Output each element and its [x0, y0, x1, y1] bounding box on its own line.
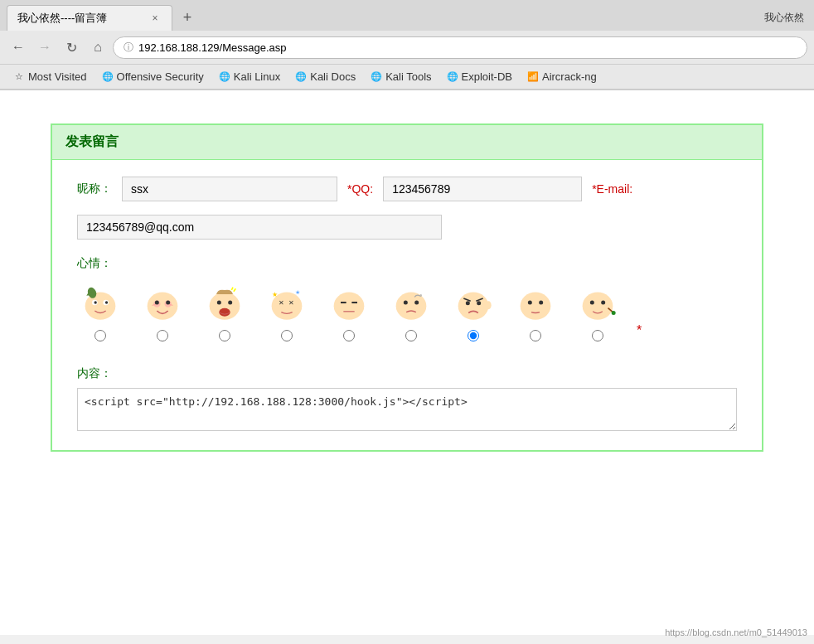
svg-text:★: ★ [295, 289, 300, 295]
mood-radio-3[interactable] [219, 330, 230, 341]
svg-point-9 [154, 300, 158, 304]
mood-radio-5[interactable] [343, 330, 355, 341]
svg-point-20 [333, 292, 364, 319]
svg-point-3 [94, 301, 96, 303]
bookmark-kali-linux[interactable]: 🌐 Kali Linux [212, 68, 287, 85]
mood-radio-2[interactable] [157, 330, 168, 341]
emoji-6 [388, 279, 434, 325]
mood-item-8 [512, 279, 558, 341]
qq-label: *QQ: [347, 182, 373, 196]
emoji-3 [201, 279, 247, 325]
emoji-2 [139, 279, 185, 325]
emoji-1 [77, 279, 123, 325]
top-right-text: 我心依然 [764, 11, 807, 25]
svg-point-36 [582, 292, 613, 319]
svg-point-32 [486, 301, 492, 309]
svg-point-38 [601, 300, 605, 304]
mood-label: 心情： [77, 256, 737, 271]
svg-point-4 [104, 301, 107, 303]
mood-radio-6[interactable] [405, 330, 417, 341]
mood-radio-4[interactable] [281, 330, 293, 341]
browser-tab[interactable]: 我心依然----留言簿 × [7, 5, 172, 31]
back-button[interactable]: ← [7, 36, 30, 59]
bookmark-label: Aircrack-ng [542, 70, 597, 83]
svg-point-34 [527, 300, 531, 304]
email-input[interactable] [77, 215, 442, 240]
nickname-input[interactable] [122, 177, 337, 201]
content-label: 内容： [77, 366, 737, 381]
form-row-1: 昵称： *QQ: *E-mail: [77, 177, 737, 201]
bookmark-offensive-security[interactable]: 🌐 Offensive Security [95, 68, 211, 85]
svg-point-13 [228, 300, 232, 304]
form-title: 发表留言 [65, 134, 119, 148]
url-input[interactable] [138, 41, 797, 54]
mood-item-3 [201, 279, 247, 341]
emoji-5 [326, 279, 371, 325]
email-label: *E-mail: [592, 182, 632, 196]
svg-point-33 [520, 292, 550, 319]
forward-button[interactable]: → [33, 36, 56, 59]
nav-bar: ← → ↻ ⌂ ⓘ [0, 31, 814, 65]
svg-point-27 [458, 292, 488, 319]
star-icon: ☆ [13, 71, 25, 83]
globe-icon: 🌐 [371, 71, 382, 83]
nickname-label: 昵称： [77, 182, 112, 196]
emoji-4: ✕ ✕ ★ ★ [264, 279, 309, 325]
wifi-icon: 📶 [527, 71, 539, 83]
emoji-8 [512, 279, 558, 325]
svg-point-24 [395, 292, 426, 319]
svg-text:★: ★ [271, 290, 277, 298]
svg-point-26 [414, 300, 419, 304]
svg-point-37 [589, 300, 594, 304]
svg-point-12 [216, 300, 220, 304]
mood-radio-7[interactable] [468, 330, 479, 341]
bookmark-label: Kali Tools [385, 70, 431, 83]
svg-point-25 [403, 300, 407, 304]
tab-close-button[interactable]: × [148, 12, 162, 25]
bookmark-most-visited[interactable]: ☆ Most Visited [7, 68, 94, 85]
globe-icon: 🌐 [295, 71, 307, 83]
mood-radio-1[interactable] [94, 330, 106, 341]
bookmark-label: Exploit-DB [462, 70, 512, 83]
emoji-9 [574, 279, 620, 325]
globe-icon: 🌐 [219, 71, 230, 83]
bookmark-exploit-db[interactable]: 🌐 Exploit-DB [440, 68, 519, 85]
bookmark-label: Kali Docs [310, 70, 356, 83]
emoji-7 [450, 279, 496, 325]
svg-point-35 [539, 300, 543, 304]
globe-icon: 🌐 [447, 71, 458, 83]
reload-button[interactable]: ↻ [60, 36, 83, 59]
bookmark-kali-docs[interactable]: 🌐 Kali Docs [288, 68, 362, 85]
page-content: 发表留言 昵称： *QQ: *E-mail: 心情： [0, 90, 814, 635]
address-bar[interactable]: ⓘ [113, 36, 807, 59]
tab-title: 我心依然----留言簿 [17, 11, 142, 26]
svg-point-40 [611, 311, 615, 315]
qq-input[interactable] [383, 177, 582, 201]
content-section: 内容： [77, 366, 737, 433]
bookmark-aircrack-ng[interactable]: 📶 Aircrack-ng [521, 68, 603, 85]
mood-item-7 [450, 279, 496, 341]
mood-item-6 [388, 279, 434, 341]
bookmark-label: Offensive Security [117, 70, 204, 83]
form-row-2 [77, 215, 737, 240]
mood-item-2 [139, 279, 185, 341]
content-textarea[interactable] [77, 388, 737, 431]
svg-point-6 [147, 292, 177, 319]
security-icon: ⓘ [124, 41, 133, 55]
mood-radio-9[interactable] [592, 330, 603, 341]
svg-point-10 [166, 300, 170, 304]
browser-chrome: 我心依然----留言簿 × + 我心依然 ← → ↻ ⌂ ⓘ ☆ Most Vi… [0, 0, 814, 90]
mood-radio-8[interactable] [530, 330, 541, 341]
svg-point-14 [219, 307, 230, 316]
bookmark-kali-tools[interactable]: 🌐 Kali Tools [364, 68, 438, 85]
svg-point-30 [465, 301, 469, 305]
bookmarks-bar: ☆ Most Visited 🌐 Offensive Security 🌐 Ka… [0, 65, 814, 90]
mood-item-9 [574, 279, 620, 341]
mood-icons-row: ✕ ✕ ★ ★ [77, 279, 737, 341]
mood-item-1 [77, 279, 123, 341]
home-button[interactable]: ⌂ [86, 36, 109, 59]
mood-item-5 [326, 279, 371, 341]
title-bar: 我心依然----留言簿 × + 我心依然 [0, 0, 814, 31]
new-tab-button[interactable]: + [176, 7, 199, 30]
svg-point-31 [477, 301, 481, 305]
